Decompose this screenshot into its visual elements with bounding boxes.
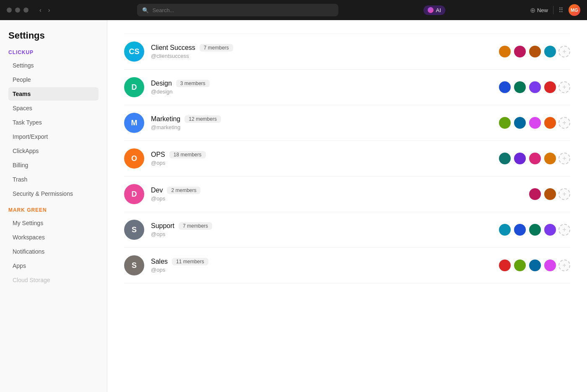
sidebar-title: Settings [8,30,99,41]
team-handle: @design [151,88,498,95]
add-member-button[interactable]: + [558,117,570,129]
sidebar-item-teams[interactable]: Teams [8,87,99,101]
sidebar-item-cloud-storage: Cloud Storage [8,273,99,287]
member-avatar [543,152,557,165]
member-avatar [528,80,542,94]
add-member-button[interactable]: + [558,153,570,164]
new-button[interactable]: ⊕ New [530,6,548,14]
divider [553,6,553,14]
member-avatar [543,45,557,58]
search-input[interactable] [152,7,333,13]
ai-label: AI [436,7,441,13]
sidebar-item-people[interactable]: People [8,73,99,86]
add-member-button[interactable]: + [558,224,570,236]
team-handle: @ops [151,195,528,202]
add-member-button[interactable]: + [558,46,570,57]
member-avatar [543,187,557,201]
member-avatar [543,223,557,236]
sidebar-item-import-export[interactable]: Import/Export [8,130,99,143]
sidebar-item-task-types[interactable]: Task Types [8,116,99,129]
member-avatar [498,45,512,58]
add-member-button[interactable]: + [558,260,570,271]
team-avatar-sales: S [124,255,144,275]
sidebar-item-settings[interactable]: Settings [8,59,99,72]
user-avatar[interactable]: MG [569,4,580,16]
member-avatar [528,116,542,130]
sidebar-item-spaces[interactable]: Spaces [8,101,99,115]
team-handle: @marketing [151,124,498,130]
member-avatars-client-success: + [498,45,570,58]
team-info-client-success: Client Success 7 members @clientsuccess [151,44,498,59]
add-member-button[interactable]: + [558,188,570,200]
ai-button[interactable]: AI [423,5,445,15]
team-row-design: D Design 3 members @design + [124,70,570,105]
team-name: Sales [151,258,168,265]
topbar: ‹ › 🔍 AI ⊕ New ⠿ MG [0,0,587,20]
sidebar-item-security[interactable]: Security & Permissions [8,187,99,200]
sidebar-item-notifications[interactable]: Notifications [8,245,99,258]
team-row-dev: D Dev 2 members @ops + [124,177,570,212]
member-avatar [528,259,542,272]
member-avatar [513,152,527,165]
member-count-badge: 2 members [167,187,200,194]
member-avatar [528,223,542,236]
grid-icon[interactable]: ⠿ [558,6,564,14]
team-info-support: Support 7 members @ops [151,222,498,237]
team-avatar-ops: O [124,148,144,169]
user-initials: MG [571,8,578,13]
member-avatar [498,152,512,165]
window-minimize[interactable] [15,8,20,13]
member-avatars-dev: + [528,187,570,201]
plus-icon: ⊕ [530,6,535,14]
team-avatar-client-success: CS [124,42,144,62]
window-controls [7,8,29,13]
member-avatars-sales: + [498,259,570,272]
section-label-mark: MARK GREEN [8,207,99,213]
member-avatar [498,223,512,236]
add-member-button[interactable]: + [558,81,570,93]
member-count-badge: 11 members [172,258,208,265]
member-avatar [498,116,512,130]
sidebar-item-clickapps[interactable]: ClickApps [8,144,99,158]
team-handle: @ops [151,231,498,237]
team-name: OPS [151,151,165,158]
member-avatar [528,187,542,201]
sidebar: Settings CLICKUP Settings People Teams S… [0,20,107,392]
team-name: Marketing [151,115,180,123]
sidebar-item-billing[interactable]: Billing [8,158,99,172]
member-avatars-ops: + [498,152,570,165]
team-info-sales: Sales 11 members @ops [151,258,498,273]
team-avatar-design: D [124,77,144,97]
member-avatar [528,45,542,58]
window-maximize[interactable] [23,8,29,13]
team-handle: @clientsuccess [151,53,498,59]
search-bar[interactable]: 🔍 [137,4,338,16]
member-avatar [513,45,527,58]
forward-button[interactable]: › [46,6,53,14]
member-avatar [498,80,512,94]
main-layout: Settings CLICKUP Settings People Teams S… [0,20,587,392]
member-avatar [498,259,512,272]
team-name: Design [151,80,172,87]
back-button[interactable]: ‹ [37,6,44,14]
member-count-badge: 18 members [169,151,206,158]
window-close[interactable] [7,8,12,13]
team-handle: @ops [151,267,498,273]
member-avatars-design: + [498,80,570,94]
team-name: Client Success [151,44,195,52]
member-avatars-support: + [498,223,570,236]
team-info-marketing: Marketing 12 members @marketing [151,115,498,130]
member-avatar [513,223,527,236]
member-count-badge: 12 members [184,115,221,123]
team-handle: @ops [151,160,498,166]
sidebar-item-apps[interactable]: Apps [8,259,99,273]
ai-dot-icon [428,7,434,13]
member-avatar [513,259,527,272]
sidebar-item-my-settings[interactable]: My Settings [8,216,99,230]
nav-arrows: ‹ › [37,6,52,14]
team-row-sales: S Sales 11 members @ops + [124,248,570,283]
team-avatar-marketing: M [124,113,144,133]
sidebar-item-workspaces[interactable]: Workspaces [8,231,99,244]
sidebar-item-trash[interactable]: Trash [8,173,99,186]
team-info-ops: OPS 18 members @ops [151,151,498,166]
